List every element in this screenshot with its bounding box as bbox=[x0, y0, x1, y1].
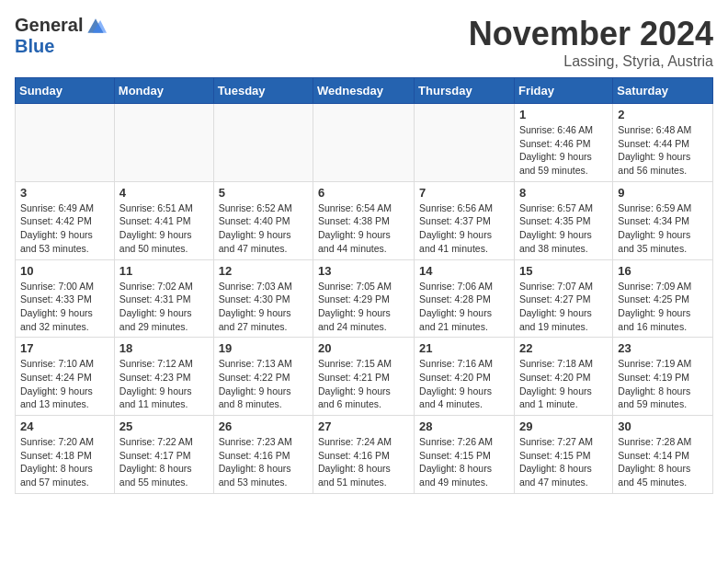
calendar-cell: 26Sunrise: 7:23 AM Sunset: 4:16 PM Dayli… bbox=[213, 416, 313, 494]
logo-general-text: General bbox=[15, 15, 83, 36]
day-number: 13 bbox=[318, 264, 409, 278]
calendar-header-saturday: Saturday bbox=[613, 78, 713, 104]
calendar-cell: 14Sunrise: 7:06 AM Sunset: 4:28 PM Dayli… bbox=[415, 259, 515, 338]
day-info: Sunrise: 6:51 AM Sunset: 4:41 PM Dayligh… bbox=[119, 201, 209, 256]
day-info: Sunrise: 6:59 AM Sunset: 4:34 PM Dayligh… bbox=[618, 201, 708, 256]
day-info: Sunrise: 7:23 AM Sunset: 4:16 PM Dayligh… bbox=[219, 435, 308, 489]
day-number: 17 bbox=[20, 341, 109, 355]
day-info: Sunrise: 7:12 AM Sunset: 4:23 PM Dayligh… bbox=[119, 357, 209, 411]
calendar-cell: 27Sunrise: 7:24 AM Sunset: 4:16 PM Dayli… bbox=[313, 416, 415, 494]
calendar-cell bbox=[313, 104, 415, 182]
calendar-cell: 12Sunrise: 7:03 AM Sunset: 4:30 PM Dayli… bbox=[213, 259, 313, 338]
calendar-cell: 3Sunrise: 6:49 AM Sunset: 4:42 PM Daylig… bbox=[16, 181, 115, 259]
calendar-cell: 1Sunrise: 6:46 AM Sunset: 4:46 PM Daylig… bbox=[514, 104, 612, 182]
day-number: 23 bbox=[618, 341, 708, 355]
month-title: November 2024 bbox=[469, 15, 713, 53]
calendar-week-row: 3Sunrise: 6:49 AM Sunset: 4:42 PM Daylig… bbox=[16, 181, 713, 259]
calendar-cell: 20Sunrise: 7:15 AM Sunset: 4:21 PM Dayli… bbox=[313, 338, 415, 416]
day-number: 30 bbox=[618, 419, 708, 433]
day-info: Sunrise: 7:16 AM Sunset: 4:20 PM Dayligh… bbox=[419, 357, 509, 411]
day-number: 21 bbox=[419, 341, 509, 355]
calendar-cell: 8Sunrise: 6:57 AM Sunset: 4:35 PM Daylig… bbox=[514, 181, 612, 259]
day-info: Sunrise: 7:09 AM Sunset: 4:25 PM Dayligh… bbox=[618, 280, 708, 334]
logo: General Blue bbox=[15, 15, 107, 57]
location: Lassing, Styria, Austria bbox=[469, 53, 713, 70]
calendar-cell: 11Sunrise: 7:02 AM Sunset: 4:31 PM Dayli… bbox=[114, 259, 213, 338]
calendar-cell: 24Sunrise: 7:20 AM Sunset: 4:18 PM Dayli… bbox=[16, 416, 115, 494]
calendar-cell: 21Sunrise: 7:16 AM Sunset: 4:20 PM Dayli… bbox=[415, 338, 515, 416]
day-number: 9 bbox=[618, 186, 708, 200]
day-info: Sunrise: 6:56 AM Sunset: 4:37 PM Dayligh… bbox=[419, 201, 509, 256]
day-number: 29 bbox=[519, 419, 608, 433]
day-info: Sunrise: 7:20 AM Sunset: 4:18 PM Dayligh… bbox=[20, 435, 109, 489]
calendar-cell: 2Sunrise: 6:48 AM Sunset: 4:44 PM Daylig… bbox=[613, 104, 713, 182]
day-number: 4 bbox=[119, 186, 209, 200]
calendar-cell: 13Sunrise: 7:05 AM Sunset: 4:29 PM Dayli… bbox=[313, 259, 415, 338]
day-number: 11 bbox=[119, 264, 209, 278]
calendar-cell bbox=[114, 104, 213, 182]
calendar-header-tuesday: Tuesday bbox=[213, 78, 313, 104]
calendar-cell bbox=[415, 104, 515, 182]
calendar-week-row: 10Sunrise: 7:00 AM Sunset: 4:33 PM Dayli… bbox=[16, 259, 713, 338]
day-info: Sunrise: 7:02 AM Sunset: 4:31 PM Dayligh… bbox=[119, 280, 209, 334]
day-number: 15 bbox=[519, 264, 608, 278]
day-number: 6 bbox=[318, 186, 409, 200]
calendar-header-monday: Monday bbox=[114, 78, 213, 104]
day-info: Sunrise: 7:18 AM Sunset: 4:20 PM Dayligh… bbox=[519, 357, 608, 411]
day-number: 16 bbox=[618, 264, 708, 278]
day-number: 7 bbox=[419, 186, 509, 200]
day-number: 5 bbox=[219, 186, 308, 200]
day-info: Sunrise: 7:05 AM Sunset: 4:29 PM Dayligh… bbox=[318, 280, 409, 334]
calendar-header-row: SundayMondayTuesdayWednesdayThursdayFrid… bbox=[16, 78, 713, 104]
calendar-header-friday: Friday bbox=[514, 78, 612, 104]
day-number: 24 bbox=[20, 419, 109, 433]
day-info: Sunrise: 6:57 AM Sunset: 4:35 PM Dayligh… bbox=[519, 201, 608, 256]
day-info: Sunrise: 7:13 AM Sunset: 4:22 PM Dayligh… bbox=[219, 357, 308, 411]
calendar-header-sunday: Sunday bbox=[16, 78, 115, 104]
calendar-cell: 17Sunrise: 7:10 AM Sunset: 4:24 PM Dayli… bbox=[16, 338, 115, 416]
calendar-cell: 22Sunrise: 7:18 AM Sunset: 4:20 PM Dayli… bbox=[514, 338, 612, 416]
day-number: 1 bbox=[519, 108, 608, 121]
day-info: Sunrise: 7:24 AM Sunset: 4:16 PM Dayligh… bbox=[318, 435, 409, 489]
day-number: 25 bbox=[119, 419, 209, 433]
day-info: Sunrise: 7:15 AM Sunset: 4:21 PM Dayligh… bbox=[318, 357, 409, 411]
calendar: SundayMondayTuesdayWednesdayThursdayFrid… bbox=[15, 77, 713, 494]
day-number: 19 bbox=[219, 341, 308, 355]
day-info: Sunrise: 6:52 AM Sunset: 4:40 PM Dayligh… bbox=[219, 201, 308, 256]
calendar-week-row: 17Sunrise: 7:10 AM Sunset: 4:24 PM Dayli… bbox=[16, 338, 713, 416]
day-info: Sunrise: 7:28 AM Sunset: 4:14 PM Dayligh… bbox=[618, 435, 708, 489]
day-info: Sunrise: 7:10 AM Sunset: 4:24 PM Dayligh… bbox=[20, 357, 109, 411]
logo-blue-text: Blue bbox=[15, 36, 54, 57]
day-number: 28 bbox=[419, 419, 509, 433]
calendar-header-wednesday: Wednesday bbox=[313, 78, 415, 104]
day-info: Sunrise: 6:46 AM Sunset: 4:46 PM Dayligh… bbox=[519, 123, 608, 178]
calendar-week-row: 24Sunrise: 7:20 AM Sunset: 4:18 PM Dayli… bbox=[16, 416, 713, 494]
day-number: 22 bbox=[519, 341, 608, 355]
calendar-cell bbox=[213, 104, 313, 182]
calendar-cell: 15Sunrise: 7:07 AM Sunset: 4:27 PM Dayli… bbox=[514, 259, 612, 338]
day-number: 12 bbox=[219, 264, 308, 278]
day-number: 18 bbox=[119, 341, 209, 355]
calendar-cell: 4Sunrise: 6:51 AM Sunset: 4:41 PM Daylig… bbox=[114, 181, 213, 259]
day-number: 3 bbox=[20, 186, 109, 200]
calendar-week-row: 1Sunrise: 6:46 AM Sunset: 4:46 PM Daylig… bbox=[16, 104, 713, 182]
day-number: 2 bbox=[618, 108, 708, 121]
calendar-cell: 30Sunrise: 7:28 AM Sunset: 4:14 PM Dayli… bbox=[613, 416, 713, 494]
day-info: Sunrise: 6:49 AM Sunset: 4:42 PM Dayligh… bbox=[20, 201, 109, 256]
calendar-cell: 28Sunrise: 7:26 AM Sunset: 4:15 PM Dayli… bbox=[415, 416, 515, 494]
calendar-cell: 25Sunrise: 7:22 AM Sunset: 4:17 PM Dayli… bbox=[114, 416, 213, 494]
calendar-cell: 18Sunrise: 7:12 AM Sunset: 4:23 PM Dayli… bbox=[114, 338, 213, 416]
day-info: Sunrise: 6:48 AM Sunset: 4:44 PM Dayligh… bbox=[618, 123, 708, 178]
day-info: Sunrise: 7:06 AM Sunset: 4:28 PM Dayligh… bbox=[419, 280, 509, 334]
day-number: 14 bbox=[419, 264, 509, 278]
day-info: Sunrise: 7:26 AM Sunset: 4:15 PM Dayligh… bbox=[419, 435, 509, 489]
calendar-cell: 29Sunrise: 7:27 AM Sunset: 4:15 PM Dayli… bbox=[514, 416, 612, 494]
calendar-header-thursday: Thursday bbox=[415, 78, 515, 104]
day-info: Sunrise: 7:19 AM Sunset: 4:19 PM Dayligh… bbox=[618, 357, 708, 411]
day-number: 20 bbox=[318, 341, 409, 355]
day-info: Sunrise: 7:00 AM Sunset: 4:33 PM Dayligh… bbox=[20, 280, 109, 334]
calendar-cell: 16Sunrise: 7:09 AM Sunset: 4:25 PM Dayli… bbox=[613, 259, 713, 338]
day-info: Sunrise: 7:03 AM Sunset: 4:30 PM Dayligh… bbox=[219, 280, 308, 334]
day-number: 27 bbox=[318, 419, 409, 433]
calendar-cell: 5Sunrise: 6:52 AM Sunset: 4:40 PM Daylig… bbox=[213, 181, 313, 259]
